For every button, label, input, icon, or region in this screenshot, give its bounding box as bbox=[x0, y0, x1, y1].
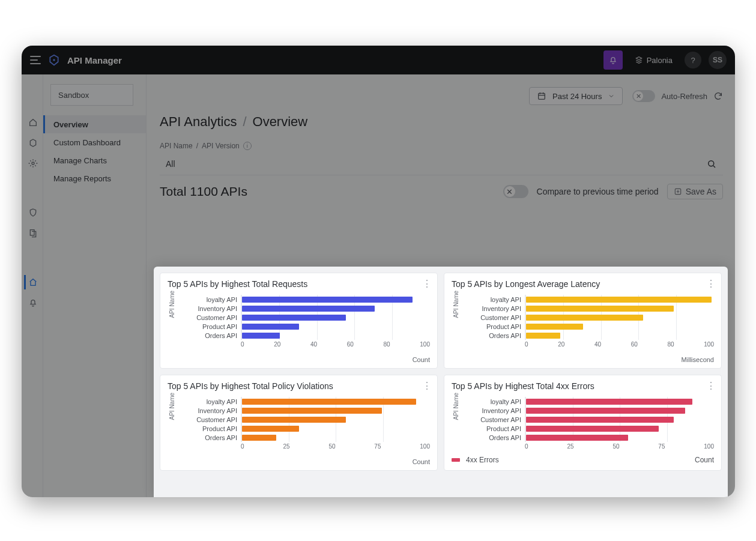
x-tick: 0 bbox=[525, 341, 528, 348]
card-menu-icon[interactable]: ⋮ bbox=[706, 279, 716, 289]
x-tick: 50 bbox=[612, 443, 619, 450]
legend-label: 4xx Errors bbox=[466, 456, 499, 464]
bar-row: Product API bbox=[525, 322, 714, 331]
api-filter-bar[interactable]: All bbox=[160, 153, 723, 175]
category-label: loyalty API bbox=[171, 296, 237, 303]
app-title: API Manager bbox=[67, 55, 122, 65]
card-title: Top 5 APIs by Highest Total Requests bbox=[168, 279, 430, 289]
bar bbox=[526, 435, 628, 441]
bar-row: Orders API bbox=[525, 331, 714, 340]
user-avatar[interactable]: SS bbox=[709, 51, 727, 69]
bar-row: Orders API bbox=[241, 331, 430, 340]
rail-home-icon[interactable] bbox=[24, 115, 41, 130]
bar bbox=[526, 408, 685, 414]
bar bbox=[242, 408, 382, 414]
sidebar-item-custom-dashboard[interactable]: Custom Dashboard bbox=[43, 133, 146, 151]
bar bbox=[242, 333, 280, 339]
rail-hex-icon[interactable] bbox=[24, 136, 41, 150]
help-button[interactable]: ? bbox=[685, 52, 701, 68]
x-tick: 100 bbox=[420, 341, 430, 348]
search-icon[interactable] bbox=[706, 159, 717, 169]
svg-point-4 bbox=[709, 160, 714, 166]
x-tick: 80 bbox=[384, 341, 390, 348]
rail-gear-icon[interactable] bbox=[24, 156, 41, 171]
rail-alerts-icon[interactable] bbox=[24, 295, 41, 310]
svg-rect-2 bbox=[30, 230, 34, 235]
rail-pages-icon[interactable] bbox=[24, 226, 41, 240]
notifications-button[interactable] bbox=[603, 50, 623, 70]
x-axis-unit: Count bbox=[168, 356, 430, 363]
bar bbox=[526, 297, 712, 303]
x-tick: 80 bbox=[668, 341, 674, 348]
stack-icon bbox=[635, 56, 643, 64]
auto-refresh-group: ✕ Auto-Refresh bbox=[632, 90, 723, 102]
bar-row: Inventory API bbox=[525, 304, 714, 313]
x-tick: 40 bbox=[594, 341, 601, 348]
x-tick: 20 bbox=[558, 341, 564, 348]
calendar-icon bbox=[537, 91, 546, 101]
category-label: Inventory API bbox=[455, 305, 521, 312]
sidebar-item-manage-charts[interactable]: Manage Charts bbox=[43, 151, 146, 169]
x-tick: 100 bbox=[704, 341, 714, 348]
compare-toggle[interactable]: ✕ bbox=[503, 185, 528, 198]
x-tick: 75 bbox=[658, 443, 665, 450]
card-title: Top 5 APIs by Longest Average Latency bbox=[452, 279, 714, 289]
x-tick: 0 bbox=[241, 443, 244, 450]
card-title: Top 5 APIs by Highest Total Policy Viola… bbox=[168, 381, 430, 391]
sidebar: Sandbox Overview Custom Dashboard Manage… bbox=[43, 74, 147, 497]
chevron-down-icon bbox=[608, 92, 615, 100]
auto-refresh-toggle[interactable]: ✕ bbox=[632, 90, 655, 102]
plus-icon bbox=[674, 187, 682, 196]
refresh-icon[interactable] bbox=[713, 91, 723, 101]
card-title: Top 5 APIs by Highest Total 4xx Errors bbox=[452, 381, 714, 391]
category-label: Inventory API bbox=[171, 305, 237, 312]
category-label: Orders API bbox=[171, 332, 237, 339]
card-top-4xx-errors: Top 5 APIs by Highest Total 4xx Errors ⋮… bbox=[444, 375, 722, 471]
bar bbox=[242, 324, 299, 330]
category-label: Product API bbox=[455, 323, 521, 330]
card-menu-icon[interactable]: ⋮ bbox=[706, 381, 716, 391]
breadcrumb-root[interactable]: API Analytics bbox=[160, 114, 237, 130]
category-label: Customer API bbox=[455, 416, 521, 423]
x-tick: 50 bbox=[328, 443, 335, 450]
compare-label: Compare to previous time period bbox=[537, 187, 659, 196]
category-label: loyalty API bbox=[455, 296, 521, 303]
category-label: Customer API bbox=[171, 314, 237, 321]
bar bbox=[242, 297, 413, 303]
bar-row: Product API bbox=[241, 424, 430, 433]
breadcrumb-current: Overview bbox=[253, 114, 308, 130]
card-top-requests: Top 5 APIs by Highest Total Requests ⋮ A… bbox=[160, 273, 438, 369]
card-top-latency: Top 5 APIs by Longest Average Latency ⋮ … bbox=[444, 273, 722, 369]
bar bbox=[526, 399, 692, 405]
org-name: Palonia bbox=[647, 56, 673, 65]
sidebar-item-manage-reports[interactable]: Manage Reports bbox=[43, 169, 146, 187]
summary-row: Total 1100 APIs ✕ Compare to previous ti… bbox=[160, 184, 723, 199]
legend-swatch bbox=[452, 458, 460, 462]
svg-point-1 bbox=[32, 162, 34, 165]
x-tick: 60 bbox=[347, 341, 354, 348]
sidebar-item-overview[interactable]: Overview bbox=[43, 115, 146, 133]
charts-popover: Top 5 APIs by Highest Total Requests ⋮ A… bbox=[154, 267, 728, 497]
menu-icon[interactable] bbox=[30, 56, 41, 64]
bar-row: Customer API bbox=[241, 313, 430, 322]
environment-selector[interactable]: Sandbox bbox=[50, 84, 133, 106]
auto-refresh-label: Auto-Refresh bbox=[661, 92, 707, 101]
card-menu-icon[interactable]: ⋮ bbox=[422, 279, 432, 289]
info-icon[interactable]: i bbox=[243, 142, 252, 150]
x-tick: 100 bbox=[704, 443, 714, 450]
bar bbox=[526, 333, 560, 339]
rail-shield-icon[interactable] bbox=[24, 205, 41, 220]
category-label: Orders API bbox=[171, 434, 237, 441]
x-tick: 25 bbox=[283, 443, 289, 450]
rail-analytics-icon[interactable] bbox=[24, 275, 41, 289]
card-menu-icon[interactable]: ⋮ bbox=[422, 381, 432, 391]
bar-row: Customer API bbox=[525, 415, 714, 424]
save-as-button[interactable]: Save As bbox=[667, 184, 723, 199]
category-label: Product API bbox=[171, 323, 237, 330]
bar bbox=[242, 426, 299, 432]
bar-row: Inventory API bbox=[525, 406, 714, 415]
category-label: Customer API bbox=[171, 416, 237, 423]
bar-row: Customer API bbox=[241, 415, 430, 424]
time-range-picker[interactable]: Past 24 Hours bbox=[529, 87, 623, 105]
org-switcher[interactable]: Palonia bbox=[630, 53, 677, 67]
